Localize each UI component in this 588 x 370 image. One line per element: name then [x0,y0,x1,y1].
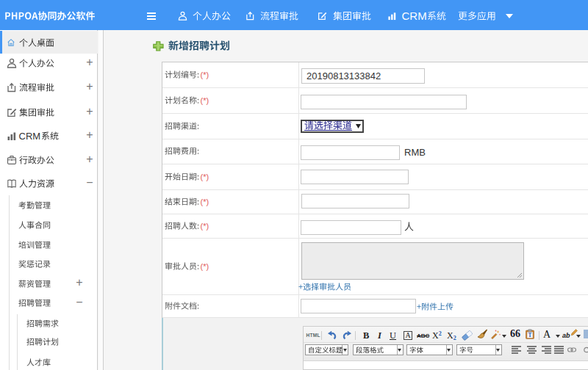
svg-text:T: T [528,332,531,338]
